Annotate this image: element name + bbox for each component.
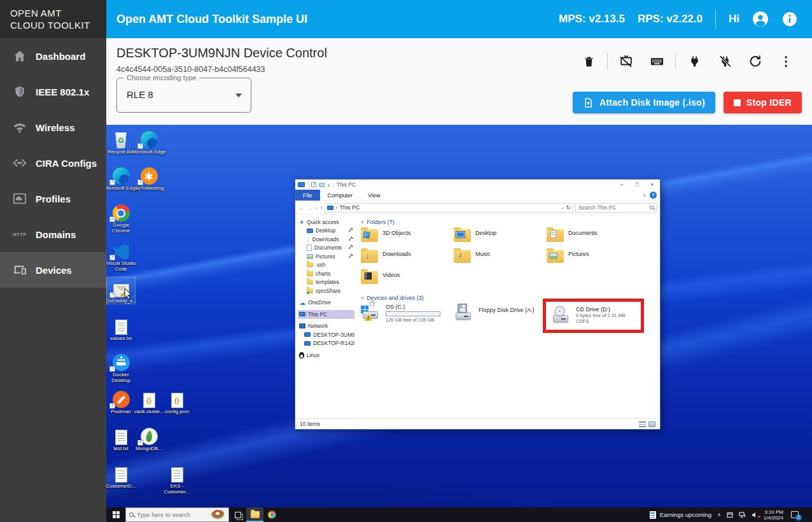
sidebar-item-cira-configs[interactable]: CIRA Configs — [0, 145, 106, 181]
sidebar-item-devices[interactable]: Devices — [0, 252, 106, 288]
folder-documents[interactable]: Documents — [547, 228, 640, 249]
tray-window-icon[interactable] — [727, 512, 733, 518]
sidebar-item-dashboard[interactable]: Dashboard — [0, 38, 106, 74]
maximize-button[interactable]: □ — [629, 180, 645, 190]
menu-file[interactable]: File — [295, 190, 320, 201]
delete-device-button[interactable] — [577, 49, 601, 73]
kvm-remote-desktop[interactable]: Recycle Bin Microsoft Edge Microsoft Edg… — [106, 125, 812, 522]
breadcrumb[interactable]: This PC — [339, 204, 360, 211]
nav-desktop-r142855[interactable]: DESKTOP-R142855 — [298, 339, 354, 348]
more-options-button[interactable]: ⋮ — [774, 49, 798, 73]
reset-button[interactable] — [743, 49, 767, 73]
taskbar-chrome-button[interactable] — [263, 507, 281, 522]
tray-expand-icon[interactable]: ∧ — [717, 512, 721, 518]
nav-downloads[interactable]: ↓Downloads — [298, 235, 354, 244]
nav-linux[interactable]: Linux — [298, 351, 354, 360]
menu-view[interactable]: View — [360, 192, 388, 199]
folder-desktop[interactable]: Desktop — [454, 228, 547, 249]
taskbar-file-explorer-button[interactable] — [246, 507, 263, 522]
document-icon — [550, 230, 556, 238]
explorer-search-input[interactable] — [578, 204, 650, 211]
stop-ider-button[interactable]: Stop IDER — [724, 92, 802, 113]
attach-disk-image-button[interactable]: Attach Disk Image (.iso) — [573, 92, 715, 113]
help-icon[interactable]: ? — [650, 192, 657, 199]
drive-os-c[interactable]: OS (C:) 126 GB free of 235 GB — [361, 304, 454, 323]
nav-charts[interactable]: charts — [298, 269, 354, 278]
news-widget[interactable]: Earnings upcoming — [650, 511, 711, 519]
explorer-titlebar[interactable]: | ∨ | This PC – □ × — [295, 180, 660, 190]
nav-desktop-3um9njn[interactable]: DESKTOP-3UM9NJN — [298, 330, 354, 339]
sidebar-item-wireless[interactable]: Wireless — [0, 109, 106, 145]
desktop-icon-values-txt[interactable]: values.txt — [107, 315, 135, 341]
desktop-icon-customerd[interactable]: CustomerD... — [107, 463, 135, 489]
desktop-icon-vscode[interactable]: Visual Studio Code — [107, 240, 135, 272]
nav-ssh[interactable]: .ssh — [298, 261, 354, 270]
forward-button[interactable]: → — [307, 204, 313, 211]
drive-floppy-a[interactable]: Floppy Disk Drive (A:) — [454, 304, 547, 320]
close-button[interactable]: × — [645, 180, 660, 190]
folder-music[interactable]: ♪Music — [454, 249, 547, 270]
desktop-icon-edge[interactable]: Microsoft Edge — [135, 129, 163, 155]
details-view-icon[interactable] — [639, 421, 646, 427]
desktop-icon-docker[interactable]: Docker Desktop — [107, 351, 135, 383]
network-icon[interactable] — [739, 512, 746, 518]
new-folder-icon[interactable] — [319, 183, 325, 187]
account-icon[interactable] — [752, 11, 769, 27]
menu-computer[interactable]: Computer — [320, 192, 361, 199]
nav-onedrive[interactable]: ☁OneDrive — [298, 299, 354, 307]
encoding-select[interactable]: Choose encoding type RLE 8 — [116, 78, 251, 113]
recent-locations-icon[interactable]: ∨ — [315, 206, 318, 210]
desktop-icon-chrome[interactable]: Google Chrome — [107, 202, 135, 234]
sidebar-item-label: Domains — [36, 229, 76, 240]
power-off-button[interactable] — [713, 49, 737, 73]
customize-qat-icon[interactable]: ∨ — [327, 183, 330, 187]
search-highlight-image[interactable] — [211, 510, 225, 519]
nav-vproshare[interactable]: vproShare — [298, 286, 354, 295]
desktop-icon-mongodb[interactable]: MongoDB... — [135, 425, 163, 451]
kvm-display-off-button[interactable] — [614, 49, 638, 73]
back-button[interactable]: ← — [298, 204, 305, 211]
volume-muted-icon[interactable]: × — [752, 512, 758, 518]
taskbar-search-box[interactable] — [125, 507, 229, 522]
up-button[interactable]: ↑ — [319, 204, 323, 211]
nav-network[interactable]: Network — [298, 322, 354, 331]
taskbar-clock[interactable]: 3:10 PM 1/4/2024 — [764, 509, 783, 521]
shield-icon — [11, 85, 28, 98]
nav-quick-access[interactable]: ★Quick access — [298, 218, 354, 227]
action-center-button[interactable]: 2 — [791, 511, 801, 519]
keyboard-button[interactable] — [645, 49, 669, 73]
desktop-icon-gotomeeting[interactable]: ∗GoToMeeting — [135, 165, 163, 191]
address-field[interactable]: › This PC ∨ ↻ — [325, 203, 573, 213]
file-explorer-window[interactable]: | ∨ | This PC – □ × File Computer View ∨… — [295, 179, 661, 430]
task-view-button[interactable] — [229, 507, 246, 522]
nav-documents[interactable]: Documents — [298, 244, 354, 253]
search-icon — [129, 512, 134, 517]
start-button[interactable] — [106, 507, 125, 522]
power-on-button[interactable] — [682, 49, 706, 73]
sidebar-item-domains[interactable]: HTTP Domains — [0, 216, 106, 252]
info-icon[interactable] — [781, 11, 798, 27]
sidebar-item-ieee8021x[interactable]: IEEE 802.1x — [0, 74, 106, 109]
folders-group-header[interactable]: ∨Folders (7) — [361, 219, 660, 225]
nav-pictures[interactable]: Pictures — [298, 252, 354, 261]
taskbar-search-input[interactable] — [137, 511, 208, 518]
quick-access-toolbar[interactable]: | ∨ | — [298, 181, 334, 188]
nav-templates[interactable]: templates — [298, 278, 354, 287]
drive-cd-d[interactable]: CD Drive (D:) 0 bytes free of 2.31 MB CD… — [551, 306, 626, 324]
desktop-icon-eks-customer[interactable]: EKS -Customer... — [163, 463, 191, 495]
address-dropdown-icon[interactable]: ∨ — [561, 206, 564, 210]
ribbon-collapse-icon[interactable]: ∨ — [643, 193, 646, 198]
folder-downloads[interactable]: ↓Downloads — [361, 249, 454, 270]
properties-icon[interactable] — [311, 182, 316, 187]
folder-pictures[interactable]: Pictures — [547, 249, 640, 270]
explorer-search-box[interactable] — [575, 203, 657, 213]
nav-desktop[interactable]: Desktop — [298, 227, 354, 236]
folder-videos[interactable]: Videos — [361, 270, 454, 291]
sidebar-item-profiles[interactable]: Profiles — [0, 181, 106, 216]
minimize-button[interactable]: – — [614, 180, 629, 190]
folder-3d-objects[interactable]: 3D Objects — [361, 228, 454, 249]
thumbnail-view-icon[interactable] — [648, 421, 655, 427]
desktop-icon-config-json[interactable]: {}config.json — [163, 388, 191, 414]
nav-this-pc[interactable]: This PC — [298, 310, 354, 319]
refresh-icon[interactable]: ↻ — [566, 204, 571, 211]
